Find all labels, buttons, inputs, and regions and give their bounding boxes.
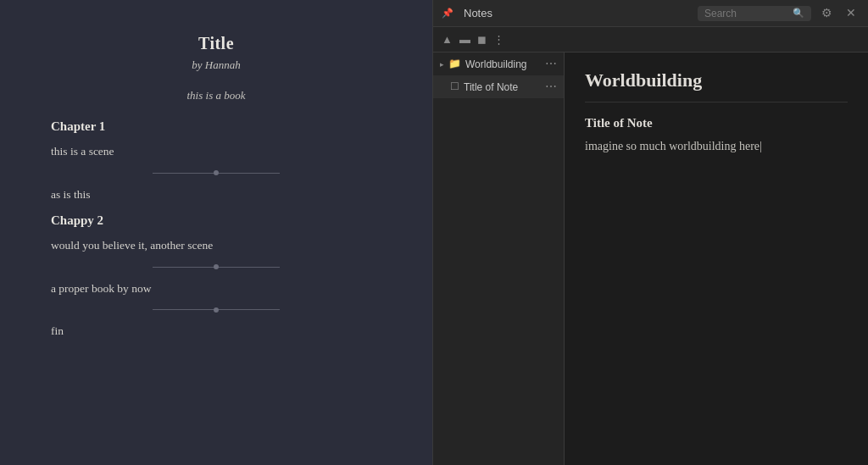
note-item-title-of-note[interactable]: ☐ Title of Note ⋯ (433, 75, 564, 98)
gear-icon[interactable]: ⚙ (818, 6, 836, 20)
note-more-icon[interactable]: ⋯ (545, 80, 557, 94)
divider-line-1 (153, 173, 280, 174)
manuscript-subtitle: this is a book (51, 89, 381, 102)
manuscript-author: by Hannah (51, 58, 381, 72)
notes-toolbar: ▲ ▬ ◼ ⋮ (433, 27, 868, 53)
toolbar-icon-2[interactable]: ▬ (459, 33, 470, 47)
manuscript-panel: Title by Hannah this is a book Chapter 1… (0, 0, 432, 465)
notes-panel: 📌 Notes 🔍 ⚙ ✕ ▲ ▬ ◼ ⋮ ▸ 📁 Worldbuilding … (432, 0, 868, 465)
folder-arrow-icon: ▸ (440, 60, 444, 69)
note-body-text: imagine so much worldbuilding here (585, 137, 848, 156)
search-input[interactable] (704, 8, 789, 19)
scene4-text: a proper book by now (51, 280, 381, 298)
scene3-text: would you believe it, another scene (51, 236, 381, 255)
note-checkbox-icon: ☐ (450, 80, 459, 93)
folder-name: Worldbuilding (465, 58, 541, 70)
divider-dot-3 (214, 307, 219, 313)
folder-item-worldbuilding[interactable]: ▸ 📁 Worldbuilding ⋯ (433, 53, 564, 75)
scene2-text: as is this (51, 185, 381, 204)
toolbar-icon-3[interactable]: ◼ (477, 33, 487, 47)
notes-sidebar: ▸ 📁 Worldbuilding ⋯ ☐ Title of Note ⋯ (433, 53, 565, 465)
scene1-text: this is a scene (51, 142, 381, 161)
divider-dot-2 (214, 264, 219, 269)
folder-icon: 📁 (448, 58, 461, 70)
notes-content-area[interactable]: Worldbuilding Title of Note imagine so m… (565, 53, 868, 465)
chapter2-heading: Chappy 2 (51, 213, 381, 228)
note-title-display: Worldbuilding (585, 69, 848, 102)
pin-icon: 📌 (442, 8, 453, 19)
note-name-label: Title of Note (464, 81, 541, 93)
ending-text: fin (51, 322, 381, 340)
scene-divider-1 (51, 173, 381, 174)
scene-divider-2 (51, 267, 381, 268)
toolbar-icon-1[interactable]: ▲ (442, 33, 453, 47)
scene-divider-3 (51, 309, 381, 310)
folder-more-icon[interactable]: ⋯ (545, 57, 557, 71)
divider-dot-1 (214, 170, 219, 175)
close-icon[interactable]: ✕ (843, 6, 860, 20)
notes-app-title: Notes (464, 7, 691, 19)
chapter1-heading: Chapter 1 (51, 119, 381, 134)
divider-line-3 (153, 309, 280, 310)
notes-body: ▸ 📁 Worldbuilding ⋯ ☐ Title of Note ⋯ Wo… (433, 53, 868, 465)
divider-line-2 (153, 267, 280, 268)
toolbar-icon-4[interactable]: ⋮ (493, 33, 504, 47)
search-icon[interactable]: 🔍 (793, 8, 804, 19)
manuscript-title: Title (51, 34, 381, 53)
search-bar[interactable]: 🔍 (698, 6, 811, 21)
note-heading: Title of Note (585, 116, 848, 130)
notes-titlebar: 📌 Notes 🔍 ⚙ ✕ (433, 0, 868, 27)
